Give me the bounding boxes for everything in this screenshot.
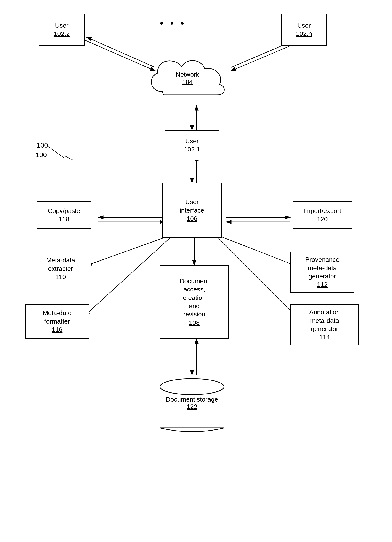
document-storage-122-cylinder: Document storage 122: [155, 375, 228, 435]
annotation-metadata-114-box: Annotationmeta-datagenerator 114: [290, 304, 359, 346]
user-102-2-label: User: [55, 22, 68, 30]
user-interface-106-box: Userinterface 106: [162, 183, 222, 238]
provenance-metadata-112-label: Provenancemeta-datagenerator: [305, 255, 339, 281]
network-104-label: Network: [144, 71, 231, 78]
metadata-extracter-110-label: Meta-dataextracter: [46, 256, 75, 273]
svg-point-23: [160, 379, 224, 395]
network-104-ref: 104: [144, 78, 231, 86]
metadata-formatter-116-box: Meta-dateformatter 116: [25, 304, 89, 339]
ref-100-label: 100: [35, 151, 47, 159]
user-102-n-label: User: [297, 22, 311, 30]
svg-line-14: [87, 233, 176, 266]
metadata-extracter-110-box: Meta-dataextracter 110: [30, 252, 91, 286]
provenance-metadata-112-box: Provenancemeta-datagenerator 112: [290, 252, 354, 293]
ui-106-label: Userinterface: [180, 198, 204, 215]
user-102-1-label: User: [185, 137, 199, 145]
annotation-metadata-114-label: Annotationmeta-datagenerator: [309, 308, 340, 333]
user-102-n-ref: 102.n: [296, 30, 312, 38]
user-102-1-box: User 102.1: [164, 130, 219, 160]
network-104-cloud: Network 104: [144, 55, 231, 105]
ellipsis-dots: • • •: [160, 18, 186, 29]
copy-paste-118-ref: 118: [59, 215, 69, 223]
svg-line-24: [48, 146, 64, 158]
copy-paste-118-box: Copy/paste 118: [37, 201, 91, 229]
ref-100-arrow: [46, 149, 73, 163]
metadata-formatter-116-label: Meta-dateformatter: [43, 309, 72, 325]
provenance-metadata-112-ref: 112: [317, 281, 328, 289]
diagram: 100 User 102.2 • • • User 102.n Network …: [0, 0, 392, 542]
annotation-metadata-114-ref: 114: [319, 333, 330, 341]
svg-line-15: [212, 233, 295, 266]
import-export-120-label: Import/export: [303, 207, 341, 215]
svg-line-21: [64, 156, 73, 160]
document-access-108-label: Documentaccess,creationandrevision: [180, 277, 209, 319]
import-export-120-box: Import/export 120: [293, 201, 352, 229]
copy-paste-118-label: Copy/paste: [48, 207, 80, 215]
document-access-108-box: Documentaccess,creationandrevision 108: [160, 266, 228, 339]
document-access-108-ref: 108: [189, 319, 200, 327]
user-102-2-box: User 102.2: [39, 14, 85, 46]
import-export-120-ref: 120: [317, 215, 328, 223]
ui-106-ref: 106: [187, 215, 197, 223]
user-102-n-box: User 102.n: [281, 14, 327, 46]
metadata-extracter-110-ref: 110: [55, 273, 66, 281]
svg-text:100: 100: [37, 142, 48, 149]
user-102-2-ref: 102.2: [54, 30, 70, 38]
user-102-1-ref: 102.1: [184, 145, 200, 153]
document-storage-122-ref: 122: [155, 403, 228, 411]
document-storage-122-label: Document storage: [155, 396, 228, 403]
metadata-formatter-116-ref: 116: [52, 325, 63, 334]
